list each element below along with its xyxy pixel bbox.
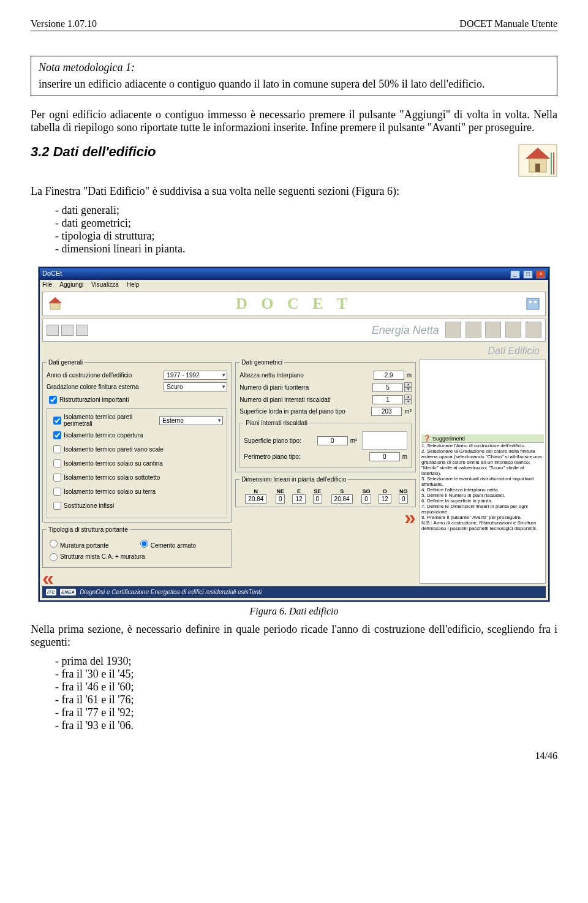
fieldset-tipologia: Tipologia di struttura portante Muratura… [42,526,232,568]
dim-input[interactable]: 20.84 [331,494,353,504]
dim-input[interactable]: 12 [379,494,391,504]
label-muratura: Muratura portante [60,542,109,549]
dim-input[interactable]: 12 [292,494,305,504]
label-iso-terra: Isolamento termico solaio su terra [64,488,156,495]
tab-row: Energia Netta [42,319,546,342]
dim-input[interactable]: 0 [399,494,409,504]
suggestion-item: 2. Selezionare la Gradazione del colore … [421,448,544,476]
menu-visualizza[interactable]: Visualizza [91,281,119,288]
menu-help[interactable]: Help [127,281,140,288]
input-sup-tipo[interactable]: 0 [317,436,348,445]
dim-input[interactable]: 0 [313,494,323,504]
menu-aggiungi[interactable]: Aggiungi [59,281,83,288]
select-gradazione[interactable]: Scuro [164,382,227,391]
label-per-tipo: Perimetro piano tipo: [244,453,369,460]
section-heading: 3.2 Dati dell'edificio [31,144,156,160]
checkbox-ristrutturazioni[interactable] [49,396,57,404]
label-iso-sottotetto: Isolamento termico solaio sottotetto [64,474,160,481]
module-icon[interactable] [505,322,521,338]
input-sup-lorda[interactable]: 203 [371,407,402,416]
chk-iso-scale[interactable] [53,445,61,453]
spinner-piani-int[interactable]: ▴▾ [404,395,412,404]
paragraph-3: Nella prima sezione, è necessario defini… [31,623,557,649]
suggestion-item: N.B.: Anno di costruzione, Ristrutturazi… [421,520,544,531]
label-gradazione: Gradazione colore finitura esterna [47,383,164,390]
chk-iso-cantina[interactable] [53,459,61,467]
input-altezza[interactable]: 2.9 [374,371,404,380]
list-item: prima del 1930; [55,655,557,668]
titlebar[interactable]: DoCEt _ □ × [40,268,548,280]
app-footer: ITC ENEA DiagnOsi e Certificazione Energ… [42,586,546,598]
select-esterno[interactable]: Esterno [159,416,223,425]
maximize-button[interactable]: □ [523,270,533,279]
svg-rect-3 [535,164,540,172]
chk-iso-pareti[interactable] [53,417,61,425]
app-building-icon[interactable] [524,296,541,312]
periods-list: prima del 1930; fra il '30 e il '45; fra… [31,655,557,732]
methodology-note: Nota metodologica 1: inserire un edifici… [31,56,557,96]
label-sup-tipo: Superficie piano tipo: [244,437,317,444]
page-number: 14/46 [31,750,557,761]
list-item: fra il '61 e il '76; [55,693,557,706]
radio-mista[interactable] [50,553,58,561]
label-anno: Anno di costruzione dell'edificio [47,372,164,379]
header-version: Versione 1.07.10 [31,18,97,29]
list-item: fra il '77 e il '92; [55,706,557,719]
figure-caption: Figura 6. Dati edificio [31,606,557,617]
legend-generali: Dati generali [47,359,85,366]
select-anno[interactable]: 1977 - 1992 [164,371,227,380]
chk-iso-copertura[interactable] [53,431,61,439]
list-item: dimensioni lineari in pianta. [55,243,557,255]
footer-text: DiagnOsi e Certificazione Energetica di … [80,589,262,595]
close-button[interactable]: × [536,270,546,279]
chk-infissi[interactable] [53,502,61,510]
sections-list: dati generali; dati geometrici; tipologi… [31,204,557,255]
svg-rect-8 [527,298,539,309]
header-doc: DOCET Manuale Utente [459,18,557,29]
label-ristrutturazioni: Ristrutturazioni importanti [59,396,129,403]
legend-tipologia: Tipologia di struttura portante [47,526,130,533]
page-header: Versione 1.07.10 DOCET Manuale Utente [31,18,557,31]
module-icon[interactable] [526,322,541,338]
legend-geometrici: Dati geometrici [239,359,284,366]
dim-input[interactable]: 0 [361,494,371,504]
unit-m2: m² [350,437,358,444]
tab-icon[interactable] [76,325,88,336]
tab-icon[interactable] [61,325,74,336]
label-iso-copertura: Isolamento termico copertura [64,432,143,439]
label-mista: Struttura mista C.A. + muratura [60,553,145,560]
label-altezza: Altezza netta interpiano [239,372,373,379]
dim-input[interactable]: 0 [276,494,285,504]
window-title: DoCEt [42,270,62,279]
menubar: File Aggiungi Visualizza Help [40,280,548,289]
fieldset-generali: Dati generali Anno di costruzione dell'e… [42,359,232,523]
tab-icon[interactable] [47,325,59,336]
next-button[interactable]: » [404,511,416,523]
input-piani-int[interactable]: 1 [372,395,403,404]
prev-button[interactable]: « [42,572,54,584]
unit-m2: m² [404,408,412,415]
dim-input[interactable]: 20.84 [245,494,266,504]
list-item: tipologia di struttura; [55,230,557,243]
app-home-icon[interactable] [47,296,64,312]
module-icon[interactable] [466,322,481,338]
module-icon[interactable] [445,322,461,338]
chk-iso-sottotetto[interactable] [53,474,61,482]
spinner-piani-ft[interactable]: ▴▾ [404,382,412,392]
svg-rect-10 [534,301,537,303]
footer-logo-enea: ENEA [60,589,76,595]
footer-logo-itc: ITC [46,589,56,595]
suggestion-item: 7. Definire le Dimensioni lineari in pia… [421,504,544,515]
radio-muratura[interactable] [50,540,58,548]
input-piani-ft[interactable]: 5 [372,383,403,392]
input-per-tipo[interactable]: 0 [369,452,400,461]
menu-file[interactable]: File [42,281,52,288]
piani-listbox[interactable] [362,431,407,450]
chk-iso-terra[interactable] [53,488,61,496]
module-icon[interactable] [485,322,501,338]
minimize-button[interactable]: _ [510,270,520,279]
legend-piani: Piani interrati riscaldati [244,420,309,426]
fieldset-ristr-items: Isolamento termico pareti perimetraliEst… [47,408,227,518]
radio-cemento[interactable] [140,540,148,548]
fieldset-piani-riscaldati: Piani interrati riscaldati Superficie pi… [239,420,412,468]
